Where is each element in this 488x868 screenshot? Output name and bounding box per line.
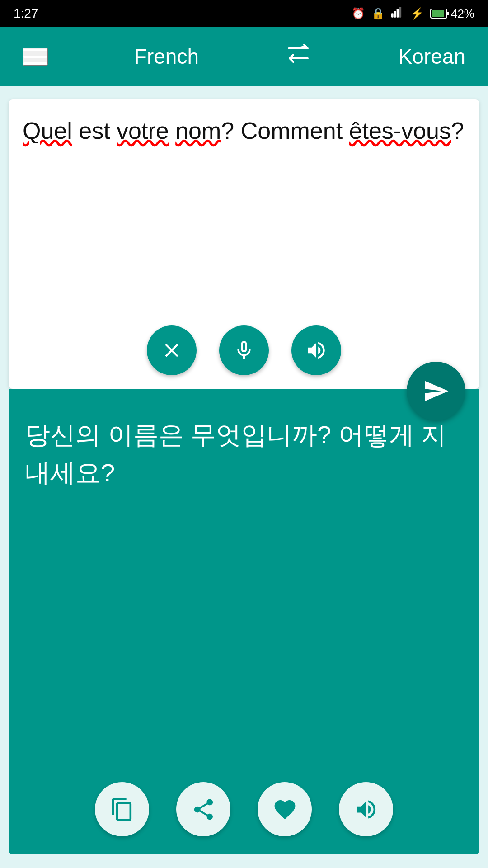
word-quel: Quel <box>23 118 72 144</box>
svg-rect-0 <box>391 13 394 17</box>
word-votre: votre <box>117 118 169 144</box>
svg-rect-6 <box>447 12 449 15</box>
microphone-button[interactable] <box>219 326 269 375</box>
app-toolbar: French Korean <box>0 27 488 86</box>
target-language[interactable]: Korean <box>399 44 465 69</box>
copy-button[interactable] <box>95 782 149 836</box>
status-icons: ⏰ 🔒 ⚡ 42% <box>352 7 474 21</box>
input-speaker-button[interactable] <box>291 326 341 375</box>
alarm-icon: ⏰ <box>352 7 365 20</box>
svg-rect-1 <box>394 11 396 18</box>
word-etes-vous: êtes-vous <box>349 118 451 144</box>
panels-wrapper: Quel est votre nom? Comment êtes-vous? <box>0 86 488 868</box>
time-display: 1:27 <box>14 6 38 21</box>
svg-rect-3 <box>399 7 401 17</box>
svg-rect-5 <box>432 10 444 17</box>
battery-indicator: 42% <box>430 7 474 21</box>
signal-icon <box>391 7 404 20</box>
source-language[interactable]: French <box>134 44 199 69</box>
status-bar: 1:27 ⏰ 🔒 ⚡ 42% <box>0 0 488 27</box>
menu-button[interactable] <box>23 48 48 66</box>
battery-percent: 42% <box>451 7 474 21</box>
clear-button[interactable] <box>147 326 197 375</box>
output-action-buttons <box>25 782 463 836</box>
main-content: Quel est votre nom? Comment êtes-vous? <box>0 86 488 868</box>
input-panel: Quel est votre nom? Comment êtes-vous? <box>9 99 479 389</box>
output-text: 당신의 이름은 무엇입니까? 어떻게 지내세요? <box>25 416 463 492</box>
svg-rect-2 <box>397 9 399 18</box>
output-speaker-button[interactable] <box>339 782 393 836</box>
sim-icon: 🔒 <box>371 7 385 20</box>
swap-languages-icon[interactable] <box>285 42 312 71</box>
favorite-button[interactable] <box>258 782 312 836</box>
share-button[interactable] <box>176 782 230 836</box>
translate-send-button[interactable] <box>407 362 465 420</box>
input-action-buttons <box>23 326 465 375</box>
input-text[interactable]: Quel est votre nom? Comment êtes-vous? <box>23 113 465 307</box>
output-panel: 당신의 이름은 무엇입니까? 어떻게 지내세요? <box>9 389 479 854</box>
word-nom: nom <box>175 118 221 144</box>
charging-icon: ⚡ <box>410 7 424 20</box>
